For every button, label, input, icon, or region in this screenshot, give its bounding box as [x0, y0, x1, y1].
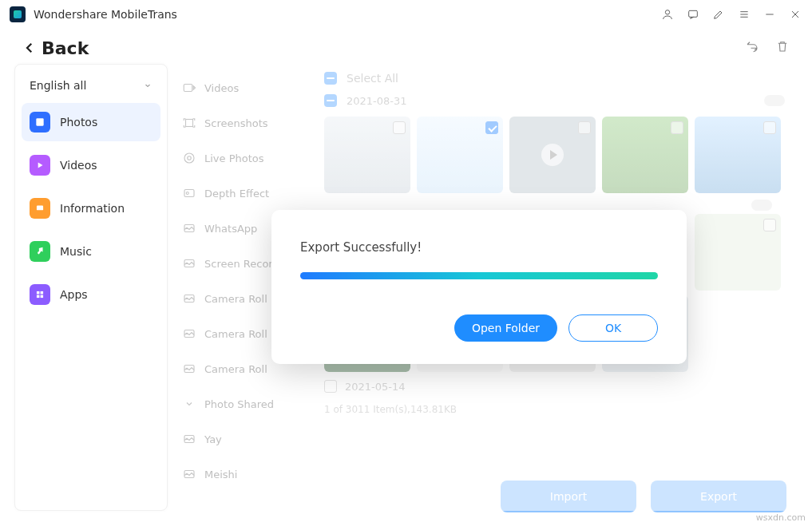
modal-title: Export Successfully! [300, 240, 658, 255]
svg-point-0 [665, 10, 669, 14]
select-all-checkbox[interactable] [324, 72, 337, 85]
edit-icon[interactable] [711, 7, 726, 22]
nav-label: Videos [60, 159, 97, 172]
thumbnail[interactable] [695, 214, 781, 291]
delete-icon[interactable] [775, 39, 790, 57]
action-buttons: Import Export [501, 481, 786, 512]
thumb-checkbox[interactable] [671, 121, 683, 134]
nav-apps[interactable]: Apps [22, 275, 160, 314]
chevron-left-icon [22, 41, 37, 55]
chevron-down-icon [143, 81, 152, 90]
nav-label: Apps [60, 288, 88, 301]
thumb-checkbox[interactable] [485, 121, 498, 134]
date-group-row: 2021-05-14 [324, 380, 798, 393]
thumb-checkbox[interactable] [393, 121, 406, 134]
select-all-label: Select All [347, 72, 398, 85]
close-icon[interactable] [788, 7, 802, 22]
nav-photos[interactable]: Photos [22, 103, 160, 141]
svg-rect-4 [37, 206, 43, 211]
group-date: 2021-05-14 [345, 381, 406, 393]
open-folder-button[interactable]: Open Folder [454, 314, 557, 342]
minimize-icon[interactable] [762, 7, 777, 22]
group-checkbox[interactable] [324, 94, 337, 107]
play-icon [541, 144, 564, 166]
nav-label: Information [60, 202, 125, 215]
nav-label: Photos [60, 116, 97, 129]
svg-rect-2 [36, 118, 43, 125]
import-button[interactable]: Import [501, 481, 636, 512]
svg-marker-3 [38, 163, 43, 168]
thumbnail[interactable] [417, 117, 503, 193]
back-button[interactable]: Back [22, 38, 89, 58]
svg-rect-9 [184, 85, 192, 92]
watermark: wsxdn.com [756, 512, 806, 523]
album-item[interactable]: Yay [174, 421, 316, 457]
nav-information[interactable]: Information [22, 189, 160, 227]
music-icon [30, 241, 50, 262]
back-label: Back [42, 38, 89, 58]
count-badge [751, 200, 772, 211]
nav-videos[interactable]: Videos [22, 146, 160, 184]
export-button[interactable]: Export [651, 481, 786, 512]
photo-icon [30, 112, 50, 132]
album-item[interactable]: Live Photos [174, 140, 316, 176]
refresh-icon[interactable] [745, 39, 759, 57]
menu-icon[interactable] [737, 7, 751, 22]
back-row: Back [0, 29, 812, 64]
svg-point-11 [184, 153, 194, 163]
group-checkbox[interactable] [324, 380, 337, 393]
ok-button[interactable]: OK [568, 314, 658, 342]
svg-rect-1 [689, 10, 698, 17]
select-all-row: Select All [324, 67, 798, 89]
window-controls [660, 7, 802, 22]
group-date: 2021-08-31 [347, 95, 407, 107]
svg-rect-7 [37, 295, 40, 299]
account-icon[interactable] [660, 7, 675, 22]
thumbnail[interactable] [602, 117, 688, 193]
message-icon [30, 198, 50, 219]
svg-rect-6 [41, 291, 44, 295]
category-sidebar: English all Photos Videos Information Mu… [14, 64, 168, 511]
album-item[interactable]: Depth Effect [174, 176, 316, 211]
app-title: Wondershare MobileTrans [34, 8, 177, 21]
thumbnail[interactable] [509, 117, 596, 193]
svg-rect-10 [186, 120, 193, 127]
status-text: 1 of 3011 Item(s),143.81KB [324, 404, 798, 415]
nav-label: Music [60, 245, 92, 258]
thumb-checkbox[interactable] [763, 219, 776, 231]
app-logo [10, 6, 26, 22]
nav-music[interactable]: Music [22, 232, 160, 271]
language-selector[interactable]: English all [22, 73, 160, 103]
date-group-row: 2021-08-31 [324, 89, 798, 112]
titlebar: Wondershare MobileTrans [0, 0, 812, 29]
thumbnail[interactable] [695, 117, 781, 193]
feedback-icon[interactable] [686, 7, 700, 22]
svg-point-14 [186, 192, 188, 195]
album-item[interactable]: Photo Shared [174, 386, 316, 421]
count-badge [764, 95, 785, 106]
language-label: English all [30, 79, 86, 92]
thumbnail-grid [324, 117, 798, 193]
svg-rect-8 [41, 295, 44, 299]
thumb-checkbox[interactable] [578, 121, 591, 134]
album-item[interactable]: Videos [174, 70, 316, 105]
thumb-checkbox[interactable] [763, 121, 776, 134]
thumbnail[interactable] [324, 117, 410, 193]
svg-rect-5 [37, 291, 40, 295]
album-item[interactable]: Screenshots [174, 105, 316, 140]
video-icon [30, 155, 50, 176]
album-item[interactable]: Meishi [174, 457, 316, 492]
apps-icon [30, 284, 50, 305]
svg-point-12 [188, 156, 192, 160]
export-success-modal: Export Successfully! Open Folder OK [271, 210, 687, 364]
progress-bar [300, 272, 658, 279]
